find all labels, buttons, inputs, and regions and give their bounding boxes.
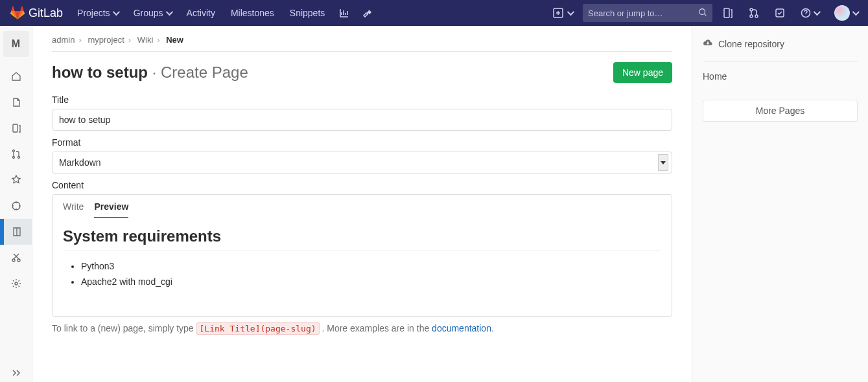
- svg-rect-8: [13, 124, 18, 132]
- sidebar-wiki[interactable]: [0, 219, 32, 245]
- search-icon: [698, 8, 707, 19]
- merge-requests-icon[interactable]: [744, 4, 764, 22]
- content-editor: Write Preview System requirements Python…: [52, 194, 672, 317]
- preview-list: Python3 Apache2 with mod_cgi: [63, 259, 661, 290]
- title-input[interactable]: [52, 109, 672, 131]
- breadcrumb: admin› myproject› Wiki› New: [52, 32, 672, 52]
- nav-groups-label: Groups: [134, 8, 163, 18]
- nav-groups[interactable]: Groups: [127, 3, 178, 23]
- page-title-sub: · Create Page: [152, 63, 248, 81]
- clone-repository-label: Clone repository: [718, 39, 784, 49]
- help-dropdown[interactable]: [795, 4, 824, 22]
- sidebar-cicd[interactable]: [0, 167, 32, 193]
- svg-rect-2: [724, 8, 729, 17]
- nav-snippets-label: Snippets: [290, 8, 325, 18]
- sidebar-snippets[interactable]: [0, 245, 32, 271]
- nav-projects[interactable]: Projects: [71, 3, 124, 23]
- nav-right: [548, 1, 863, 25]
- breadcrumb-current: New: [166, 35, 183, 45]
- svg-point-14: [18, 259, 20, 262]
- search-input[interactable]: [588, 8, 698, 18]
- sidebar-merge-requests[interactable]: [0, 141, 32, 167]
- plus-dropdown[interactable]: [548, 4, 578, 22]
- top-navbar: GitLab Projects Groups Activity Mileston…: [0, 0, 868, 26]
- main-content: admin› myproject› Wiki› New how to setup…: [32, 26, 692, 382]
- sidebar-settings[interactable]: [0, 271, 32, 297]
- brand-text: GitLab: [29, 6, 63, 20]
- chevron-down-icon: [852, 8, 860, 16]
- todos-icon[interactable]: [769, 4, 790, 22]
- page-title: how to setup · Create Page: [52, 63, 248, 82]
- brand-logo[interactable]: GitLab: [10, 6, 63, 20]
- svg-point-13: [12, 259, 15, 262]
- nav-left: GitLab Projects Groups Activity Mileston…: [10, 3, 378, 23]
- preview-heading: System requirements: [63, 227, 661, 251]
- nav-activity-label: Activity: [187, 8, 215, 18]
- nav-activity[interactable]: Activity: [180, 3, 222, 23]
- chevron-down-icon: [112, 8, 119, 16]
- breadcrumb-project[interactable]: myproject: [88, 35, 124, 45]
- wiki-home-link[interactable]: Home: [703, 71, 858, 82]
- svg-point-1: [699, 8, 705, 14]
- svg-point-5: [755, 15, 758, 17]
- project-sidebar: M: [0, 26, 32, 382]
- gitlab-icon: [10, 6, 25, 20]
- hint-suffix: .: [491, 323, 494, 333]
- nav-projects-label: Projects: [77, 8, 110, 18]
- content-label: Content: [52, 180, 672, 190]
- new-page-button[interactable]: New page: [613, 62, 672, 83]
- sidebar-overview[interactable]: [0, 63, 32, 89]
- wiki-sidebar: Clone repository Home More Pages: [692, 26, 868, 382]
- page-title-main: how to setup: [52, 63, 148, 81]
- cloud-download-icon: [703, 38, 713, 50]
- breadcrumb-wiki[interactable]: Wiki: [137, 35, 154, 45]
- project-avatar[interactable]: M: [3, 31, 29, 57]
- clone-repository[interactable]: Clone repository: [703, 38, 858, 62]
- link-hint: To link to a (new) page, simply type [Li…: [52, 323, 672, 333]
- list-item: Python3: [81, 259, 661, 275]
- tab-write[interactable]: Write: [63, 201, 84, 218]
- nav-milestones-label: Milestones: [231, 8, 274, 18]
- search-box[interactable]: [583, 4, 712, 22]
- chevron-down-icon: [165, 8, 172, 16]
- svg-point-4: [750, 15, 753, 17]
- sidebar-issues[interactable]: [0, 115, 32, 141]
- tab-preview[interactable]: Preview: [94, 201, 128, 218]
- nav-milestones[interactable]: Milestones: [224, 3, 281, 23]
- chevron-down-icon: [814, 8, 821, 16]
- svg-point-15: [15, 282, 18, 285]
- chevron-down-icon: [567, 8, 574, 16]
- user-avatar: [834, 5, 850, 21]
- preview-panel: System requirements Python3 Apache2 with…: [53, 218, 672, 316]
- user-menu[interactable]: [829, 1, 863, 25]
- sidebar-collapse[interactable]: [0, 368, 32, 382]
- chart-icon[interactable]: [334, 4, 355, 22]
- hint-middle: . More examples are in the: [322, 323, 432, 333]
- format-label: Format: [52, 137, 672, 148]
- hint-code: [Link Title](page-slug): [196, 322, 320, 335]
- title-label: Title: [52, 95, 672, 105]
- sidebar-repository[interactable]: [0, 89, 32, 115]
- format-select[interactable]: Markdown: [52, 152, 672, 174]
- svg-point-10: [12, 157, 14, 159]
- svg-point-11: [18, 157, 19, 159]
- sidebar-operations[interactable]: [0, 193, 32, 219]
- issues-icon[interactable]: [718, 4, 738, 22]
- list-item: Apache2 with mod_cgi: [81, 275, 661, 290]
- documentation-link[interactable]: documentation: [432, 323, 491, 333]
- breadcrumb-admin[interactable]: admin: [52, 35, 75, 45]
- svg-point-9: [12, 150, 14, 152]
- more-pages-button[interactable]: More Pages: [703, 100, 858, 122]
- svg-point-3: [750, 8, 753, 11]
- nav-snippets[interactable]: Snippets: [283, 3, 331, 23]
- hint-prefix: To link to a (new) page, simply type: [52, 323, 196, 333]
- wrench-icon[interactable]: [357, 4, 378, 22]
